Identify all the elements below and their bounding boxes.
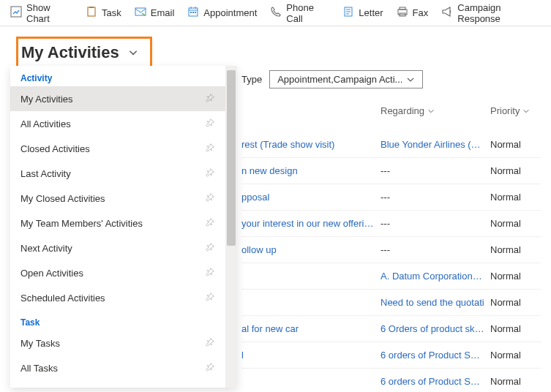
cell-regarding: --- bbox=[381, 244, 490, 255]
view-option[interactable]: All Activities bbox=[10, 111, 225, 136]
table-row[interactable]: ollow up---Normal bbox=[241, 237, 541, 263]
view-option[interactable]: My Closed Activities bbox=[10, 186, 225, 211]
cell-subject[interactable]: ollow up bbox=[241, 244, 381, 255]
pin-icon[interactable] bbox=[205, 93, 215, 105]
column-header-regarding[interactable]: Regarding bbox=[381, 105, 435, 116]
cell-priority: Normal bbox=[490, 323, 541, 334]
table-row[interactable]: rest (Trade show visit)Blue Yonder Airli… bbox=[241, 132, 541, 158]
pin-icon[interactable] bbox=[205, 362, 215, 374]
cell-regarding[interactable]: Blue Yonder Airlines (sam bbox=[381, 139, 490, 150]
view-option[interactable]: All Tasks bbox=[10, 355, 225, 380]
pin-icon[interactable] bbox=[205, 118, 215, 130]
toolbar-calendar[interactable]: Appointment bbox=[187, 6, 257, 20]
toolbar-item-label: Letter bbox=[359, 7, 383, 18]
toolbar-campaign[interactable]: Campaign Response bbox=[441, 2, 541, 24]
view-option[interactable]: My Tasks bbox=[10, 331, 225, 355]
toolbar-letter[interactable]: Letter bbox=[342, 6, 383, 20]
grid-body: rest (Trade show visit)Blue Yonder Airli… bbox=[241, 132, 541, 392]
table-row[interactable]: your interest in our new offerings---Nor… bbox=[241, 211, 541, 237]
chevron-down-icon bbox=[406, 75, 415, 84]
pin-icon[interactable] bbox=[205, 192, 215, 205]
activity-type-filter[interactable]: Appointment,Campaign Acti... bbox=[269, 70, 423, 88]
cell-regarding[interactable]: 6 Orders of product sku J bbox=[381, 323, 490, 334]
svg-rect-16 bbox=[400, 7, 405, 10]
cell-regarding[interactable]: Need to send the quotati bbox=[381, 297, 490, 308]
view-option-label: My Closed Activities bbox=[20, 193, 105, 204]
view-dropdown-list: ActivityMy ActivitiesAll ActivitiesClose… bbox=[10, 66, 225, 388]
cell-priority: Normal bbox=[490, 165, 541, 176]
view-option[interactable]: Open Activities bbox=[10, 260, 225, 285]
view-option[interactable]: Closed Activities bbox=[10, 136, 225, 161]
grid-header: Regarding Priority bbox=[241, 105, 541, 121]
email-icon bbox=[135, 6, 146, 20]
pin-icon[interactable] bbox=[205, 267, 215, 279]
task-icon bbox=[86, 6, 97, 20]
table-row[interactable]: pposal---Normal bbox=[241, 184, 541, 211]
toolbar-task[interactable]: Task bbox=[86, 6, 121, 20]
svg-rect-9 bbox=[192, 12, 194, 13]
pin-icon[interactable] bbox=[205, 337, 215, 350]
cell-subject[interactable]: al for new car bbox=[241, 323, 381, 334]
pin-icon[interactable] bbox=[205, 217, 215, 230]
toolbar-item-label: Email bbox=[151, 7, 175, 18]
view-option-label: Last Activity bbox=[20, 168, 71, 179]
view-option[interactable]: Next Activity bbox=[10, 235, 225, 260]
view-title: My Activities bbox=[21, 43, 119, 62]
view-option[interactable]: Scheduled Activities bbox=[10, 285, 225, 310]
pin-icon[interactable] bbox=[205, 292, 215, 304]
scrollbar[interactable] bbox=[225, 66, 237, 388]
dropdown-group-header: Activity bbox=[10, 66, 225, 86]
table-row[interactable]: n new design---Normal bbox=[241, 158, 541, 184]
pin-icon[interactable] bbox=[205, 167, 215, 180]
view-dropdown: ActivityMy ActivitiesAll ActivitiesClose… bbox=[10, 66, 237, 388]
phone-icon bbox=[270, 6, 282, 20]
cell-priority: Normal bbox=[490, 350, 541, 361]
svg-rect-10 bbox=[195, 12, 196, 13]
cell-regarding: --- bbox=[381, 192, 490, 203]
svg-rect-8 bbox=[190, 12, 192, 13]
cell-subject[interactable]: your interest in our new offerings bbox=[241, 218, 381, 229]
scrollbar-thumb[interactable] bbox=[227, 70, 236, 246]
view-option[interactable]: My Team Members' Activities bbox=[10, 211, 225, 235]
chevron-down-icon bbox=[427, 108, 435, 115]
column-header-label: Regarding bbox=[381, 105, 424, 116]
cell-priority: Normal bbox=[490, 271, 541, 282]
view-option-label: All Activities bbox=[20, 118, 71, 129]
view-selector[interactable]: My Activities bbox=[16, 37, 152, 69]
toolbar-item-label: Phone Call bbox=[286, 2, 329, 24]
pin-icon[interactable] bbox=[205, 143, 215, 155]
cell-regarding[interactable]: A. Datum Corporation (sa bbox=[381, 271, 490, 282]
cell-regarding[interactable]: 6 orders of Product SKU . bbox=[381, 376, 490, 387]
pin-icon[interactable] bbox=[205, 242, 215, 255]
command-bar: Show ChartTaskEmailAppointmentPhone Call… bbox=[0, 0, 551, 26]
cell-subject[interactable]: l bbox=[241, 350, 381, 361]
view-option-label: My Activities bbox=[20, 94, 73, 105]
column-header-priority[interactable]: Priority bbox=[490, 105, 530, 116]
campaign-icon bbox=[441, 6, 453, 20]
table-row[interactable]: 6 orders of Product SKU .Normal bbox=[241, 369, 541, 392]
cell-subject[interactable]: rest (Trade show visit) bbox=[241, 139, 381, 150]
view-option[interactable]: My Activities bbox=[10, 86, 225, 111]
toolbar-phone[interactable]: Phone Call bbox=[270, 2, 329, 24]
dropdown-group-header: Task bbox=[10, 310, 225, 331]
view-option[interactable]: Last Activity bbox=[10, 161, 225, 186]
toolbar-fax[interactable]: Fax bbox=[397, 6, 429, 20]
toolbar-chart[interactable]: Show Chart bbox=[10, 2, 72, 24]
table-row[interactable]: Need to send the quotatiNormal bbox=[241, 290, 541, 316]
cell-subject[interactable]: n new design bbox=[241, 165, 381, 176]
chevron-down-icon bbox=[128, 48, 138, 58]
table-row[interactable]: l6 orders of Product SKU .Normal bbox=[241, 342, 541, 369]
view-option-label: Open Activities bbox=[20, 268, 83, 279]
table-row[interactable]: al for new car6 Orders of product sku JN… bbox=[241, 316, 541, 342]
filter-value: Appointment,Campaign Acti... bbox=[277, 74, 402, 85]
toolbar-email[interactable]: Email bbox=[135, 6, 175, 20]
calendar-icon bbox=[187, 6, 199, 20]
svg-rect-1 bbox=[88, 7, 95, 16]
table-row[interactable]: A. Datum Corporation (saNormal bbox=[241, 263, 541, 290]
view-option-label: All Tasks bbox=[20, 363, 58, 374]
cell-subject[interactable]: pposal bbox=[241, 192, 381, 203]
cell-priority: Normal bbox=[490, 139, 541, 150]
cell-priority: Normal bbox=[490, 297, 541, 308]
cell-regarding[interactable]: 6 orders of Product SKU . bbox=[381, 350, 490, 361]
toolbar-item-label: Fax bbox=[413, 7, 429, 18]
